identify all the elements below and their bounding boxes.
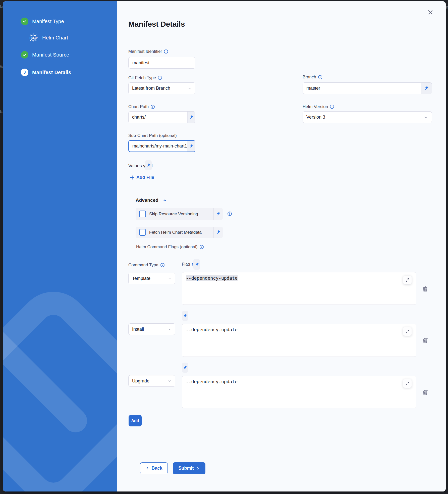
info-icon <box>199 245 204 249</box>
chevron-right-icon <box>196 466 200 470</box>
pin-icon[interactable] <box>213 227 223 238</box>
submit-button[interactable]: Submit <box>173 462 205 474</box>
checkbox-label: Skip Resource Versioning <box>149 212 213 217</box>
info-icon[interactable] <box>227 211 232 216</box>
manifest-identifier-label: Manifest Identifier <box>128 49 168 54</box>
sidebar-step-manifest-details[interactable]: 3 Manifest Details <box>21 69 71 76</box>
flag-pin-button[interactable] <box>193 259 200 270</box>
plus-icon <box>130 175 134 180</box>
pin-icon[interactable] <box>187 112 195 123</box>
advanced-heading: Advanced <box>136 197 158 203</box>
info-icon <box>158 76 162 80</box>
git-fetch-type-label: Git Fetch Type <box>128 75 162 80</box>
brand-watermark <box>3 277 117 491</box>
command-type-select[interactable]: Install <box>128 323 175 335</box>
delete-flag-icon[interactable] <box>422 337 428 344</box>
values-yaml-pin-button[interactable] <box>145 160 152 170</box>
command-type-select[interactable]: Upgrade <box>128 375 175 387</box>
chevron-down-icon <box>168 379 172 383</box>
chevron-down-icon <box>168 277 172 280</box>
manifest-identifier-input[interactable]: manifest <box>128 57 195 69</box>
skip-resource-versioning-checkbox[interactable] <box>139 211 146 217</box>
info-icon <box>164 49 168 54</box>
svg-text:HELM: HELM <box>30 36 37 39</box>
flag-textarea[interactable]: --dependency-update <box>182 272 416 305</box>
helm-command-flags-label: Helm Command Flags (optional) <box>136 244 204 250</box>
flag-textarea[interactable]: --dependency-update <box>182 376 416 408</box>
branch-input-group: master <box>303 82 432 94</box>
chevron-left-icon <box>145 466 149 470</box>
helm-version-value: Version 3 <box>306 115 325 120</box>
fetch-helm-chart-metadata-checkbox[interactable] <box>139 229 146 236</box>
pin-icon <box>182 313 188 319</box>
manifest-wizard-modal: Manifest Type <box>3 1 446 491</box>
delete-flag-icon[interactable] <box>422 389 428 396</box>
info-icon <box>150 105 155 109</box>
pin-icon[interactable] <box>187 141 195 152</box>
pin-icon <box>182 365 188 371</box>
chart-path-label: Chart Path <box>128 104 155 109</box>
manifest-identifier-value: manifest <box>132 60 149 66</box>
chart-path-input[interactable]: charts/ <box>129 112 187 123</box>
checkbox-label: Fetch Helm Chart Metadata <box>149 230 213 235</box>
add-flag-button[interactable]: Add <box>129 415 142 426</box>
flag-value: --dependency-update <box>186 379 238 384</box>
expand-icon[interactable] <box>403 276 412 284</box>
chart-path-input-group: charts/ <box>128 111 195 123</box>
flag-pin-button[interactable] <box>182 311 188 321</box>
advanced-section-toggle[interactable]: Advanced <box>136 197 167 203</box>
branch-input[interactable]: master <box>303 83 421 94</box>
info-icon <box>330 105 334 109</box>
command-type-value: Install <box>132 327 144 332</box>
expand-icon[interactable] <box>403 379 412 388</box>
sub-chart-path-input-group: maincharts/my-main-chart1/ <box>128 140 195 152</box>
command-type-label: Command Type <box>128 263 165 268</box>
backdrop-text-fragment: W <box>0 65 3 69</box>
close-icon[interactable] <box>427 9 434 16</box>
pin-icon[interactable] <box>213 208 223 220</box>
sidebar-step-manifest-type[interactable]: Manifest Type <box>21 18 64 25</box>
info-icon <box>318 75 322 79</box>
pin-icon <box>145 162 151 168</box>
info-icon <box>160 263 165 267</box>
flag-value: --dependency-update <box>186 327 238 332</box>
flag-value: --dependency-update <box>186 275 238 281</box>
chevron-down-icon <box>188 86 192 90</box>
pin-icon <box>194 261 200 267</box>
command-type-value: Template <box>132 276 150 281</box>
delete-flag-icon[interactable] <box>422 285 428 293</box>
backdrop-text-fragment: ne <box>446 5 448 10</box>
command-type-value: Upgrade <box>132 378 149 384</box>
branch-label: Branch <box>303 75 322 80</box>
step-label: Manifest Details <box>32 70 71 75</box>
chevron-down-icon <box>424 115 428 120</box>
manifest-details-panel: Manifest Details Manifest Identifier man… <box>117 1 446 491</box>
page-title: Manifest Details <box>128 20 185 28</box>
backdrop-text-fragment: E <box>0 109 3 114</box>
chevron-up-icon <box>162 198 167 203</box>
sidebar-step-manifest-source[interactable]: Manifest Source <box>21 51 69 59</box>
wizard-sidebar: Manifest Type <box>3 1 117 491</box>
sub-chart-path-input[interactable]: maincharts/my-main-chart1/ <box>129 141 187 152</box>
helm-version-label: Helm Version <box>303 104 334 109</box>
flag-pin-button[interactable] <box>182 363 188 373</box>
git-fetch-type-select[interactable]: Latest from Branch <box>128 82 195 94</box>
helm-icon: HELM <box>28 32 38 43</box>
chevron-down-icon <box>168 327 172 331</box>
step-number-badge: 3 <box>21 69 28 76</box>
add-file-button[interactable]: Add File <box>130 175 154 180</box>
check-circle-icon <box>21 18 28 25</box>
skip-resource-versioning-row: Skip Resource Versioning <box>136 208 223 220</box>
back-button[interactable]: Back <box>140 462 168 474</box>
pin-icon[interactable] <box>421 83 432 94</box>
sidebar-step-helm-chart[interactable]: HELM Helm Chart <box>28 32 68 43</box>
command-type-select[interactable]: Template <box>128 273 175 284</box>
step-label: Helm Chart <box>42 35 68 41</box>
step-label: Manifest Type <box>32 19 64 24</box>
fetch-helm-chart-metadata-row: Fetch Helm Chart Metadata <box>136 227 223 238</box>
helm-version-select[interactable]: Version 3 <box>303 111 432 123</box>
expand-icon[interactable] <box>403 327 412 336</box>
flag-textarea[interactable]: --dependency-update <box>182 324 416 357</box>
backdrop-text-fragment: fa <box>0 5 3 9</box>
check-circle-icon <box>21 51 28 59</box>
